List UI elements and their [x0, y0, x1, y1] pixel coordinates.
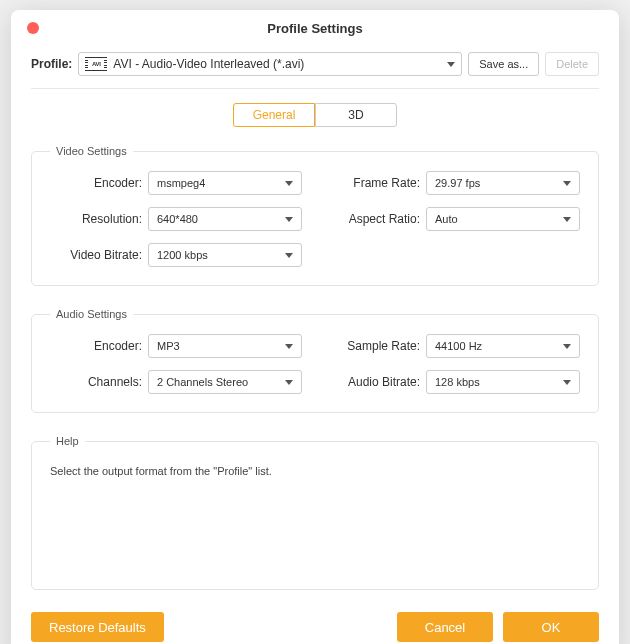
channels-label: Channels:: [50, 375, 142, 389]
chevron-down-icon: [285, 253, 293, 258]
save-as-button[interactable]: Save as...: [468, 52, 539, 76]
bottom-button-row: Restore Defaults Cancel OK: [31, 612, 599, 642]
chevron-down-icon: [285, 344, 293, 349]
video-bitrate-select[interactable]: 1200 kbps: [148, 243, 302, 267]
video-encoder-select[interactable]: msmpeg4: [148, 171, 302, 195]
cancel-button[interactable]: Cancel: [397, 612, 493, 642]
profile-row: Profile: AVI AVI - Audio-Video Interleav…: [31, 46, 599, 89]
frame-rate-select[interactable]: 29.97 fps: [426, 171, 580, 195]
video-encoder-label: Encoder:: [50, 176, 142, 190]
ok-button[interactable]: OK: [503, 612, 599, 642]
tab-general[interactable]: General: [233, 103, 315, 127]
channels-select[interactable]: 2 Channels Stereo: [148, 370, 302, 394]
aspect-ratio-label: Aspect Ratio:: [328, 212, 420, 226]
chevron-down-icon: [563, 181, 571, 186]
sample-rate-label: Sample Rate:: [328, 339, 420, 353]
help-group: Help Select the output format from the "…: [31, 435, 599, 590]
chevron-down-icon: [285, 217, 293, 222]
audio-encoder-select[interactable]: MP3: [148, 334, 302, 358]
audio-settings-group: Audio Settings Encoder: MP3 Sample Rate:…: [31, 308, 599, 413]
chevron-down-icon: [285, 181, 293, 186]
resolution-label: Resolution:: [50, 212, 142, 226]
chevron-down-icon: [285, 380, 293, 385]
video-settings-legend: Video Settings: [50, 145, 133, 157]
chevron-down-icon: [563, 217, 571, 222]
sample-rate-select[interactable]: 44100 Hz: [426, 334, 580, 358]
video-bitrate-label: Video Bitrate:: [50, 248, 142, 262]
aspect-ratio-select[interactable]: Auto: [426, 207, 580, 231]
frame-rate-label: Frame Rate:: [328, 176, 420, 190]
video-settings-group: Video Settings Encoder: msmpeg4 Frame Ra…: [31, 145, 599, 286]
restore-defaults-button[interactable]: Restore Defaults: [31, 612, 164, 642]
audio-encoder-label: Encoder:: [50, 339, 142, 353]
audio-settings-legend: Audio Settings: [50, 308, 133, 320]
window-title: Profile Settings: [11, 21, 619, 36]
profile-select-value: AVI - Audio-Video Interleaved (*.avi): [113, 57, 441, 71]
chevron-down-icon: [563, 344, 571, 349]
profile-select[interactable]: AVI AVI - Audio-Video Interleaved (*.avi…: [78, 52, 462, 76]
avi-icon: AVI: [85, 57, 107, 71]
profile-settings-window: Profile Settings Profile: AVI AVI - Audi…: [11, 10, 619, 644]
profile-label: Profile:: [31, 57, 72, 71]
tab-3d[interactable]: 3D: [315, 103, 397, 127]
titlebar: Profile Settings: [11, 10, 619, 46]
audio-bitrate-select[interactable]: 128 kbps: [426, 370, 580, 394]
delete-button: Delete: [545, 52, 599, 76]
tabs: General 3D: [31, 103, 599, 127]
resolution-select[interactable]: 640*480: [148, 207, 302, 231]
help-text: Select the output format from the "Profi…: [50, 461, 580, 571]
audio-bitrate-label: Audio Bitrate:: [328, 375, 420, 389]
help-legend: Help: [50, 435, 85, 447]
chevron-down-icon: [447, 62, 455, 67]
chevron-down-icon: [563, 380, 571, 385]
